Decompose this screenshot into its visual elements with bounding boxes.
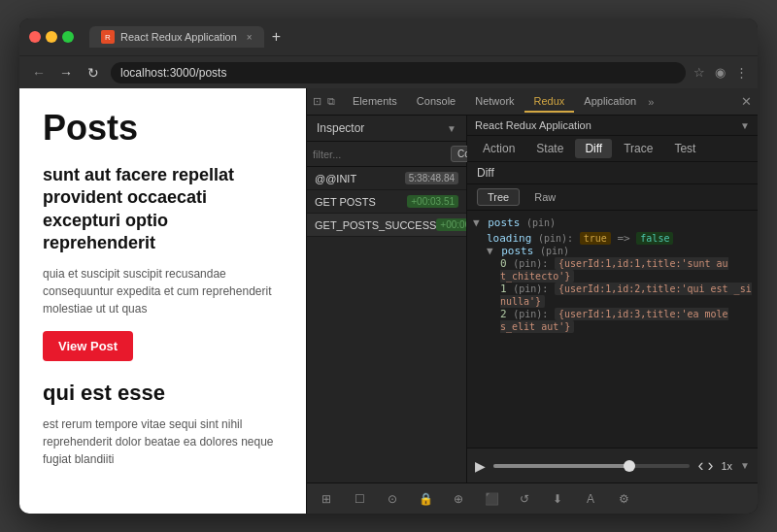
tab-raw[interactable]: Raw (524, 188, 566, 206)
progress-thumb[interactable] (624, 460, 635, 472)
tree-key-posts-array: posts (501, 245, 533, 257)
inspector-label: Inspector (317, 121, 364, 135)
tab-state[interactable]: State (526, 139, 573, 158)
view-post-button[interactable]: View Post (43, 331, 133, 361)
prev-button[interactable]: ‹ (697, 455, 703, 476)
posts-title: Posts (43, 108, 283, 149)
new-tab-button[interactable]: + (272, 28, 281, 46)
tab-network[interactable]: Network (465, 91, 524, 113)
menu-icon[interactable]: ⋮ (735, 65, 748, 80)
bottom-icon-lock[interactable]: 🔒 (414, 487, 437, 511)
tab-console[interactable]: Console (407, 91, 465, 113)
traffic-lights (29, 31, 74, 43)
tab-diff[interactable]: Diff (575, 139, 612, 158)
play-button[interactable]: ▶ (475, 458, 486, 474)
tree-index-1: 1 (500, 283, 507, 295)
devtools-close-button[interactable]: ✕ (741, 94, 752, 109)
action-list: @@INIT 5:38:48.84 GET POSTS +00:03.51 GE… (307, 167, 466, 482)
browser-tab[interactable]: R React Redux Application × (89, 26, 264, 48)
playback-bar: ▶ ‹ › 1x ▼ (467, 448, 758, 482)
maximize-traffic-light[interactable] (62, 31, 74, 43)
tree-node-posts-root: ▼ posts (pin) (473, 215, 752, 232)
next-button[interactable]: › (707, 455, 713, 476)
bottom-toolbar: ⊞ ☐ ⊙ 🔒 ⊕ ⬛ ↺ ⬇ A ⚙ (307, 482, 758, 514)
right-panel: React Redux Application ▼ Action State D… (467, 116, 758, 482)
tree-indent-item2: 2 (pin): {userId:1,id:3,title:'ea mole s… (473, 308, 752, 333)
tab-application[interactable]: Application (574, 91, 646, 113)
address-input[interactable] (111, 62, 686, 83)
action-item-get-posts-success[interactable]: GET_POSTS_SUCCESS +00:00.03 (307, 214, 466, 237)
tree-pin-item2: (pin): (513, 309, 548, 319)
bottom-icon-block[interactable]: ⬛ (480, 487, 503, 511)
tab-title: React Redux Application (120, 31, 237, 43)
tree-value-false: false (636, 232, 673, 245)
browser-window: R React Redux Application × + ← → ↻ ☆ ◉ … (19, 18, 758, 514)
bottom-icon-download[interactable]: ⬇ (546, 487, 569, 511)
inspector-dropdown-icon[interactable]: ▼ (447, 123, 456, 134)
tab-favicon: R (101, 30, 115, 44)
action-tabs: Action State Diff Trace Test (467, 136, 758, 162)
tab-test[interactable]: Test (664, 139, 705, 158)
tab-redux[interactable]: Redux (524, 91, 575, 113)
forward-button[interactable]: → (56, 65, 76, 81)
minimize-traffic-light[interactable] (46, 31, 57, 43)
inspector-header: Inspector ▼ (307, 116, 466, 142)
devtools-more-icon[interactable]: » (648, 96, 654, 108)
bottom-icon-grid[interactable]: ⊞ (315, 487, 338, 511)
state-tree: ▼ posts (pin) loading (pin): true => fal… (467, 211, 758, 448)
action-time-get-posts: +00:03.51 (407, 195, 458, 208)
tree-pin-loading: (pin): (538, 233, 573, 244)
devtools-device-icon[interactable]: ⧉ (327, 95, 335, 108)
filter-input[interactable] (313, 149, 447, 160)
speed-label: 1x (721, 460, 732, 472)
progress-track[interactable] (493, 464, 690, 468)
collapse-posts-icon[interactable]: ▼ (473, 216, 480, 229)
tree-raw-tabs: Tree Raw (467, 184, 758, 211)
bookmark-icon[interactable]: ☆ (693, 65, 705, 80)
tree-indent-item0: 0 (pin): {userId:1,id:1,title:'sunt au t… (473, 257, 752, 283)
action-item-init[interactable]: @@INIT 5:38:48.84 (307, 167, 466, 190)
chrome-bar: R React Redux Application × + (19, 18, 758, 55)
tree-pin-item1: (pin): (513, 283, 548, 294)
tree-indent-posts-array: ▼ posts (pin) (473, 245, 752, 257)
close-traffic-light[interactable] (29, 31, 41, 43)
back-button[interactable]: ← (29, 65, 49, 81)
tree-index-0: 0 (500, 257, 507, 270)
bottom-icon-circle[interactable]: ⊙ (381, 487, 404, 511)
tab-elements[interactable]: Elements (343, 91, 407, 113)
devtools-inspect-icon[interactable]: ⊡ (313, 95, 321, 108)
tab-close-button[interactable]: × (247, 32, 253, 43)
filter-row: Commit (307, 142, 466, 167)
bottom-icon-add[interactable]: ⊕ (447, 487, 470, 511)
tree-pin-posts: (pin) (526, 217, 556, 228)
tree-pin-posts-array: (pin) (540, 246, 569, 256)
diff-label: Diff (467, 162, 758, 184)
tree-key-posts: posts (488, 216, 520, 229)
action-time-init: 5:38:48.84 (405, 172, 458, 184)
playback-nav: ‹ › (697, 455, 713, 476)
post2-heading: qui est esse (43, 381, 283, 406)
action-time-get-posts-success: +00:00.03 (436, 218, 466, 231)
post1-heading: sunt aut facere repellat provident occae… (43, 164, 283, 255)
devtools-nav-icons: ⊡ ⧉ (313, 95, 335, 108)
tree-index-2: 2 (500, 308, 507, 320)
post2-excerpt: est rerum tempore vitae sequi sint nihil… (43, 416, 283, 468)
inspector-panel: Inspector ▼ Commit @@INIT 5:38:48.84 G (307, 116, 467, 482)
tab-trace[interactable]: Trace (614, 139, 662, 158)
content-area: Posts sunt aut facere repellat provident… (19, 88, 758, 514)
bottom-icon-text[interactable]: A (579, 487, 602, 511)
toolbar-icons: ☆ ◉ ⋮ (693, 65, 748, 80)
action-item-get-posts[interactable]: GET POSTS +00:03.51 (307, 190, 466, 214)
tab-action[interactable]: Action (473, 139, 524, 158)
app-dropdown-icon[interactable]: ▼ (740, 120, 750, 131)
bottom-icon-square[interactable]: ☐ (348, 487, 371, 511)
refresh-button[interactable]: ↻ (84, 65, 103, 81)
tab-tree[interactable]: Tree (477, 188, 520, 206)
speed-dropdown-icon[interactable]: ▼ (740, 460, 750, 471)
collapse-posts-array-icon[interactable]: ▼ (487, 245, 493, 257)
progress-fill (493, 464, 631, 468)
bottom-icon-refresh[interactable]: ↺ (513, 487, 536, 511)
devtools-body: Inspector ▼ Commit @@INIT 5:38:48.84 G (307, 116, 758, 482)
profile-icon[interactable]: ◉ (715, 65, 726, 80)
bottom-icon-settings[interactable]: ⚙ (612, 487, 635, 511)
